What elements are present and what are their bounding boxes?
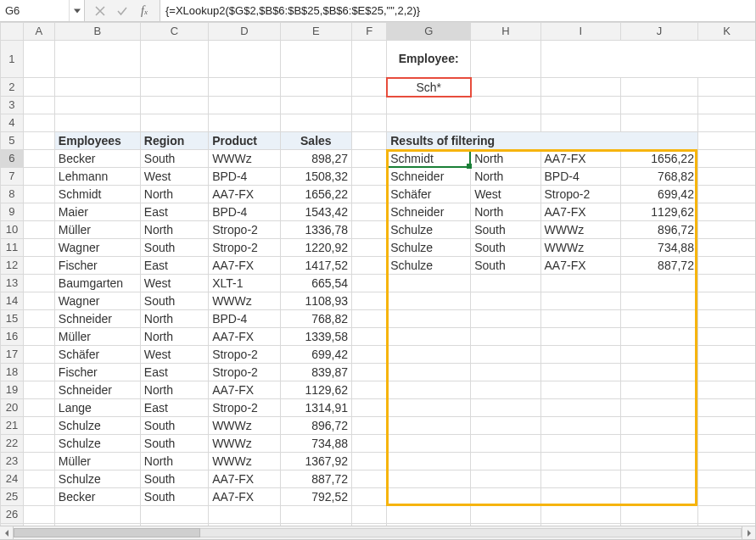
result-cell-region[interactable]: South: [471, 257, 540, 275]
cell[interactable]: [697, 435, 755, 453]
cell[interactable]: [387, 364, 471, 381]
scroll-left-button[interactable]: [0, 526, 14, 539]
row-header[interactable]: 17: [1, 346, 24, 364]
table-cell-sales[interactable]: 734,88: [280, 435, 351, 453]
cell[interactable]: [697, 381, 755, 399]
table-cell-employee[interactable]: Schmidt: [54, 186, 140, 203]
cell[interactable]: [471, 78, 540, 97]
table-cell-product[interactable]: Stropo-2: [209, 364, 280, 381]
cell[interactable]: [697, 257, 755, 275]
table-cell-sales[interactable]: 1417,52: [280, 257, 351, 275]
cell[interactable]: [54, 41, 140, 78]
table-cell-region[interactable]: West: [140, 168, 208, 186]
cell[interactable]: [23, 275, 54, 292]
results-header[interactable]: Results of filtering: [387, 132, 698, 150]
cell[interactable]: [23, 364, 54, 381]
cell[interactable]: [387, 488, 471, 506]
table-cell-region[interactable]: North: [140, 453, 208, 470]
table-cell-employee[interactable]: Maier: [54, 203, 140, 221]
row-header[interactable]: 26: [1, 506, 24, 524]
cell[interactable]: [471, 506, 540, 524]
cell[interactable]: [23, 346, 54, 364]
table-cell-product[interactable]: Stropo-2: [209, 221, 280, 239]
table-cell-employee[interactable]: Schneider: [54, 381, 140, 399]
cell[interactable]: [621, 97, 698, 114]
table-cell-sales[interactable]: 699,42: [280, 346, 351, 364]
cell[interactable]: [697, 221, 755, 239]
cell[interactable]: [471, 364, 540, 381]
table-cell-sales[interactable]: 1339,58: [280, 328, 351, 346]
cell[interactable]: [621, 399, 698, 417]
table-cell-product[interactable]: BPD-4: [209, 203, 280, 221]
table-header[interactable]: Sales: [280, 132, 351, 150]
criteria-label[interactable]: Employee:: [387, 41, 471, 78]
cell[interactable]: [387, 310, 471, 328]
table-cell-employee[interactable]: Müller: [54, 453, 140, 470]
result-cell-region[interactable]: North: [471, 150, 540, 168]
table-cell-employee[interactable]: Schulze: [54, 435, 140, 453]
table-cell-employee[interactable]: Baumgarten: [54, 275, 140, 292]
table-cell-product[interactable]: AA7-FX: [209, 328, 280, 346]
cell[interactable]: [23, 399, 54, 417]
table-cell-sales[interactable]: 1656,22: [280, 186, 351, 203]
cell[interactable]: [697, 78, 755, 97]
row-header[interactable]: 3: [1, 97, 24, 114]
table-cell-region[interactable]: East: [140, 364, 208, 381]
row-header[interactable]: 22: [1, 435, 24, 453]
cell[interactable]: [54, 97, 140, 114]
cell[interactable]: [387, 435, 471, 453]
cell[interactable]: [697, 186, 755, 203]
cell[interactable]: [352, 453, 387, 470]
cell[interactable]: [352, 257, 387, 275]
cell[interactable]: [140, 97, 208, 114]
result-cell-region[interactable]: South: [471, 239, 540, 257]
cell[interactable]: [471, 292, 540, 310]
cell[interactable]: [471, 346, 540, 364]
cell[interactable]: [352, 364, 387, 381]
table-cell-employee[interactable]: Wagner: [54, 239, 140, 257]
row-header[interactable]: 13: [1, 275, 24, 292]
cell[interactable]: [697, 310, 755, 328]
cell[interactable]: [54, 506, 140, 524]
cell[interactable]: [352, 275, 387, 292]
table-cell-region[interactable]: South: [140, 435, 208, 453]
table-cell-employee[interactable]: Müller: [54, 328, 140, 346]
cell[interactable]: [23, 328, 54, 346]
col-header[interactable]: D: [209, 23, 280, 41]
table-cell-product[interactable]: WWWz: [209, 417, 280, 435]
cell[interactable]: [697, 506, 755, 524]
table-cell-employee[interactable]: Fischer: [54, 257, 140, 275]
cell[interactable]: [540, 417, 621, 435]
cell[interactable]: [23, 257, 54, 275]
cell[interactable]: [540, 114, 621, 132]
table-cell-employee[interactable]: Schneider: [54, 310, 140, 328]
table-cell-product[interactable]: AA7-FX: [209, 381, 280, 399]
scroll-thumb[interactable]: [14, 528, 200, 537]
cell[interactable]: [621, 417, 698, 435]
cell[interactable]: [23, 168, 54, 186]
cell[interactable]: [471, 453, 540, 470]
cell[interactable]: [352, 114, 387, 132]
worksheet-grid[interactable]: A B C D E F G H I J K 1Employee:2Sch*345…: [0, 22, 755, 526]
cell[interactable]: [697, 168, 755, 186]
table-cell-product[interactable]: AA7-FX: [209, 257, 280, 275]
table-cell-region[interactable]: West: [140, 275, 208, 292]
result-cell-product[interactable]: AA7-FX: [540, 257, 621, 275]
table-cell-employee[interactable]: Lehmann: [54, 168, 140, 186]
cell[interactable]: [23, 488, 54, 506]
cell[interactable]: [280, 97, 351, 114]
table-cell-sales[interactable]: 1220,92: [280, 239, 351, 257]
cell[interactable]: [540, 381, 621, 399]
cell[interactable]: [697, 239, 755, 257]
cell[interactable]: [23, 203, 54, 221]
table-cell-employee[interactable]: Schulze: [54, 417, 140, 435]
result-cell-sales[interactable]: 734,88: [621, 239, 698, 257]
cell[interactable]: [54, 78, 140, 97]
col-header[interactable]: H: [471, 23, 540, 41]
cell[interactable]: [540, 364, 621, 381]
table-cell-sales[interactable]: 1508,32: [280, 168, 351, 186]
cell[interactable]: [352, 132, 387, 150]
cell[interactable]: [471, 310, 540, 328]
table-cell-sales[interactable]: 792,52: [280, 488, 351, 506]
table-cell-sales[interactable]: 1367,92: [280, 453, 351, 470]
